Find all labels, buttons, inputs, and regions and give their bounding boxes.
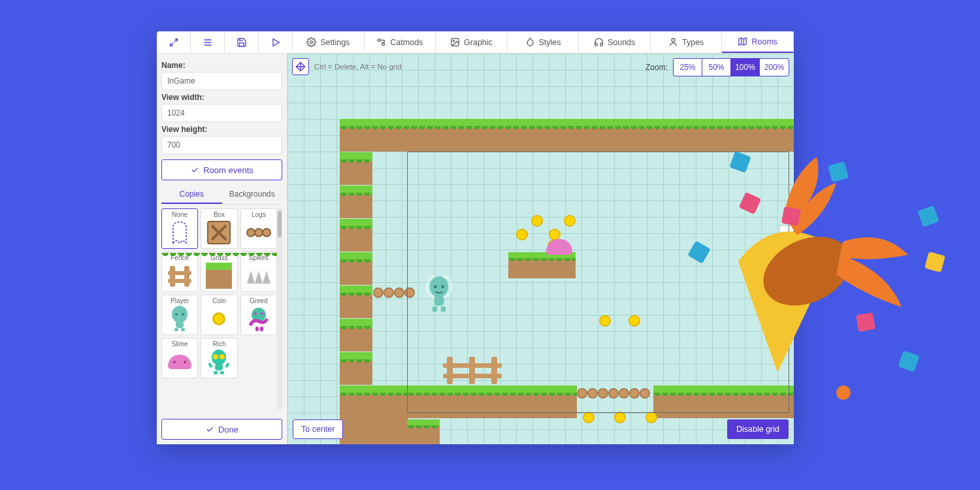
menu-button[interactable] xyxy=(191,31,225,53)
canvas-toolbar: Ctrl = Delete, Alt = No grid xyxy=(292,58,402,75)
tab-styles[interactable]: Styles xyxy=(508,31,580,53)
palette-scrollbar[interactable] xyxy=(277,208,282,410)
to-center-button[interactable]: To center xyxy=(293,419,343,439)
svg-rect-29 xyxy=(214,371,218,374)
svg-rect-40 xyxy=(434,296,444,306)
save-icon xyxy=(237,37,247,48)
play-icon xyxy=(270,37,281,48)
tile-player xyxy=(425,276,453,315)
svg-point-15 xyxy=(175,313,178,316)
menu-icon xyxy=(203,37,213,48)
svg-rect-23 xyxy=(255,327,259,331)
palette-item-slime[interactable]: Slime xyxy=(161,338,198,378)
zoom-controls: Zoom: 25% 50% 100% 200% xyxy=(645,58,789,76)
svg-point-9 xyxy=(263,229,270,237)
check-icon xyxy=(205,425,214,434)
svg-rect-18 xyxy=(174,328,178,331)
tile-fence xyxy=(443,355,502,385)
palette-item-box[interactable]: Box xyxy=(201,208,237,249)
svg-point-7 xyxy=(247,229,255,237)
fullscreen-button[interactable] xyxy=(157,31,191,53)
svg-point-4 xyxy=(453,40,454,41)
slime-icon xyxy=(167,349,193,375)
palette-item-grass[interactable]: Grass xyxy=(201,252,237,292)
headphones-icon xyxy=(594,37,604,47)
tile-log xyxy=(619,388,629,399)
tab-rooms[interactable]: Rooms xyxy=(722,31,794,53)
main-tabs: Settings Catmods Graphic Styles Sounds T… xyxy=(293,31,794,53)
svg-point-2 xyxy=(382,43,385,46)
svg-rect-17 xyxy=(176,321,184,328)
zoom-100[interactable]: 100% xyxy=(731,59,760,76)
view-height-label: View height: xyxy=(161,125,282,134)
palette-item-player[interactable]: Player xyxy=(161,295,198,335)
tile-grass xyxy=(340,219,372,252)
svg-rect-11 xyxy=(184,266,189,287)
tab-label: Graphic xyxy=(464,38,493,47)
move-tool-button[interactable] xyxy=(292,58,309,75)
svg-rect-13 xyxy=(168,279,191,283)
palette-item-rich[interactable]: Rich xyxy=(201,338,237,378)
zoom-25[interactable]: 25% xyxy=(674,59,702,76)
save-button[interactable] xyxy=(225,31,259,53)
tile-coin xyxy=(629,315,640,327)
tab-types[interactable]: Types xyxy=(651,31,723,53)
zoom-50[interactable]: 50% xyxy=(702,59,731,76)
box-icon xyxy=(206,220,232,246)
subtab-copies[interactable]: Copies xyxy=(161,186,222,204)
svg-point-21 xyxy=(254,312,257,315)
spikes-icon xyxy=(246,263,272,289)
tile-grass xyxy=(340,319,372,351)
play-button[interactable] xyxy=(259,31,293,53)
tab-graphic[interactable]: Graphic xyxy=(436,31,508,53)
palette-item-none[interactable]: None xyxy=(161,208,198,249)
view-width-input[interactable] xyxy=(161,104,282,122)
tile-log xyxy=(577,388,587,399)
tile-log xyxy=(608,388,619,399)
tile-grass xyxy=(407,419,440,444)
palette-item-coin[interactable]: Coin xyxy=(201,295,237,335)
subtab-backgrounds[interactable]: Backgrounds xyxy=(222,186,283,204)
tab-settings[interactable]: Settings xyxy=(293,31,365,53)
svg-point-39 xyxy=(441,286,444,289)
topbar: Settings Catmods Graphic Styles Sounds T… xyxy=(157,31,794,54)
tile-log xyxy=(394,287,404,298)
svg-rect-32 xyxy=(469,357,475,384)
palette-item-greed[interactable]: Greed xyxy=(240,295,277,335)
map-icon xyxy=(738,37,747,46)
name-input[interactable] xyxy=(161,72,282,90)
tile-log xyxy=(384,287,394,298)
zoom-200[interactable]: 200% xyxy=(760,59,789,76)
tile-log xyxy=(598,388,608,399)
none-icon xyxy=(167,220,193,246)
tile-coin xyxy=(614,412,626,423)
sidebar: Name: View width: View height: Room even… xyxy=(157,54,287,444)
tab-catmods[interactable]: Catmods xyxy=(365,31,436,53)
palette-item-logs[interactable]: Logs xyxy=(240,208,277,249)
module-icon xyxy=(376,37,386,47)
view-height-input[interactable] xyxy=(161,136,282,154)
tile-coin xyxy=(583,412,595,423)
move-icon xyxy=(295,61,306,72)
room-events-button[interactable]: Room events xyxy=(161,159,282,180)
view-width-label: View width: xyxy=(161,93,282,102)
svg-point-16 xyxy=(182,313,184,316)
image-icon xyxy=(450,37,460,47)
tab-label: Sounds xyxy=(608,38,635,47)
confetti xyxy=(856,312,875,332)
tile-log xyxy=(587,388,598,399)
tab-label: Settings xyxy=(320,38,350,47)
done-button[interactable]: Done xyxy=(161,419,282,440)
tab-sounds[interactable]: Sounds xyxy=(579,31,651,53)
svg-point-0 xyxy=(310,41,313,44)
tile-grass xyxy=(340,385,408,418)
confetti xyxy=(781,206,801,226)
rich-icon xyxy=(206,349,232,375)
tile-log xyxy=(373,287,384,298)
greed-icon xyxy=(246,306,272,332)
disable-grid-button[interactable]: Disable grid xyxy=(727,419,789,439)
sidebar-subtabs: Copies Backgrounds xyxy=(161,186,282,204)
tile-grass xyxy=(340,152,372,185)
tile-coin xyxy=(599,315,611,327)
droplet-icon xyxy=(525,37,535,47)
